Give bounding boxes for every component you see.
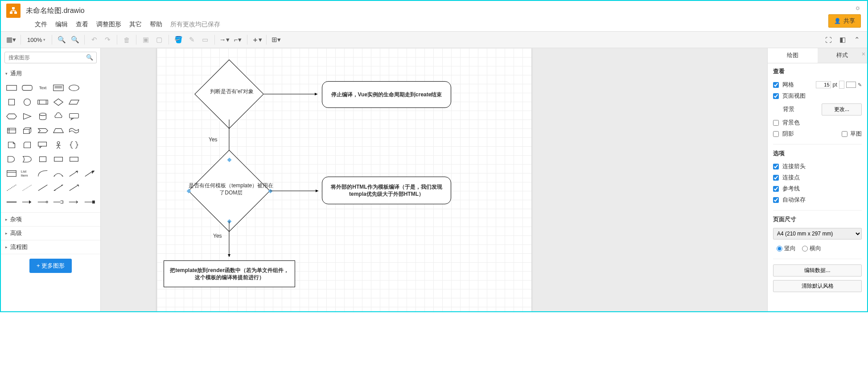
search-icon[interactable]: 🔍 (86, 54, 93, 61)
format-panel-icon[interactable]: ◧ (837, 34, 848, 45)
change-bg-button[interactable]: 更改... (822, 103, 862, 116)
conn-arrows-checkbox[interactable] (773, 164, 779, 169)
round-stop-compile[interactable]: 停止编译，Vue实例的生命周期走到create结束 (322, 81, 451, 108)
shape-bidir[interactable] (52, 182, 65, 194)
delete-icon[interactable]: 🗑 (121, 34, 132, 45)
shape-callout2[interactable] (37, 139, 49, 151)
shape-blank6[interactable] (83, 153, 96, 165)
grid-color-edit-icon[interactable]: ✎ (858, 82, 862, 88)
shape-thickarrow[interactable] (83, 168, 96, 179)
line-color-icon[interactable]: ✎ (186, 34, 197, 45)
zoom-out-icon[interactable]: 🔍 (69, 34, 81, 45)
shape-conn3[interactable] (67, 196, 80, 208)
zoom-in-icon[interactable]: 🔍 (56, 34, 67, 45)
shape-note[interactable] (5, 139, 18, 151)
menu-extras[interactable]: 其它 (129, 21, 142, 29)
shape-curly[interactable] (67, 139, 80, 151)
bgcolor-checkbox[interactable] (773, 120, 779, 126)
insert-icon[interactable]: ＋▾ (251, 34, 263, 45)
document-title[interactable]: 未命名绘图.drawio (26, 6, 85, 16)
menu-arrange[interactable]: 调整图形 (96, 21, 121, 29)
shape-triangle[interactable] (21, 111, 34, 122)
undo-icon[interactable]: ↶ (88, 34, 100, 45)
grid-color-swatch[interactable] (846, 82, 856, 88)
guides-checkbox[interactable] (773, 186, 779, 192)
shape-actor[interactable] (52, 139, 65, 151)
rect-render[interactable]: 把template放到render函数中（若为单文件组件，这个模板的编译将提前进… (164, 260, 295, 287)
palette-misc[interactable]: 杂项 (1, 213, 100, 226)
search-input[interactable] (4, 52, 97, 63)
sketch-checkbox[interactable] (842, 131, 847, 137)
shape-blank[interactable] (83, 82, 96, 94)
connection-icon[interactable]: →▾ (218, 34, 230, 45)
shape-cloud[interactable] (52, 111, 65, 122)
more-shapes-button[interactable]: 更多图形 (29, 259, 72, 273)
palette-flowchart[interactable]: 流程图 (1, 240, 100, 254)
grid-checkbox[interactable] (773, 82, 779, 88)
zoom-level[interactable]: 100% (25, 37, 48, 43)
grid-stepper[interactable] (839, 81, 844, 89)
shape-internal[interactable] (5, 125, 18, 136)
shape-and[interactable] (5, 153, 18, 165)
shape-line[interactable] (37, 182, 49, 194)
edit-data-button[interactable]: 编辑数据... (773, 264, 862, 277)
grid-size-input[interactable] (816, 81, 831, 88)
table-icon[interactable]: ⊞▾ (270, 34, 282, 45)
shape-conn2[interactable] (52, 196, 65, 208)
shape-dashline[interactable] (5, 182, 18, 194)
pagesize-select[interactable]: A4 (210 mm x 297 mm) (773, 228, 862, 239)
shape-text[interactable]: Text (37, 82, 49, 94)
close-panel-icon[interactable]: × (862, 50, 865, 58)
shape-rect2[interactable] (52, 153, 65, 165)
fill-color-icon[interactable]: 🪣 (173, 34, 184, 45)
shape-dirline[interactable] (67, 182, 80, 194)
palette-general[interactable]: 通用 (1, 67, 100, 80)
shape-datastore[interactable] (37, 153, 49, 165)
shape-circle[interactable] (21, 96, 34, 108)
shape-bidir-curve[interactable] (52, 168, 65, 179)
shape-blank3[interactable] (83, 111, 96, 122)
shape-tape[interactable] (67, 125, 80, 136)
share-button[interactable]: 共享 (828, 14, 861, 28)
menu-edit[interactable]: 编辑 (55, 21, 68, 29)
shape-blank5[interactable] (83, 139, 96, 151)
redo-icon[interactable]: ↷ (102, 34, 113, 45)
waypoints-icon[interactable]: ⌐▾ (232, 34, 243, 45)
round-html-compile[interactable]: 将外部的HTML作为模板编译（于是，我们发现templa优先级大于外部HTML） (322, 177, 451, 204)
shape-hline[interactable] (5, 196, 18, 208)
shape-rect[interactable] (5, 82, 18, 94)
shape-roundrect[interactable] (21, 82, 34, 94)
shape-list[interactable] (5, 168, 18, 179)
to-front-icon[interactable]: ▣ (140, 34, 152, 45)
to-back-icon[interactable]: ▢ (153, 34, 165, 45)
menu-help[interactable]: 帮助 (150, 21, 162, 29)
shape-harrow[interactable] (21, 196, 34, 208)
theme-icon[interactable]: ☼ (855, 4, 861, 11)
shape-callout[interactable] (67, 111, 80, 122)
shape-diamond[interactable] (52, 96, 65, 108)
shape-ellipse[interactable] (67, 82, 80, 94)
shape-dotline[interactable] (21, 182, 34, 194)
shape-arrow[interactable] (67, 168, 80, 179)
diamond-el-check[interactable]: 判断是否有'el'对象 (194, 59, 264, 129)
shape-square[interactable] (5, 96, 18, 108)
tab-diagram[interactable]: 绘图 (768, 48, 818, 63)
clear-style-button[interactable]: 清除默认风格 (773, 280, 862, 292)
shape-process[interactable] (37, 96, 49, 108)
shape-blank4[interactable] (83, 125, 96, 136)
shape-step[interactable] (37, 125, 49, 136)
view-dropdown[interactable]: ▦▾ (5, 34, 17, 45)
page[interactable]: 判断是否有'el'对象 停止编译，Vue实例的生命周期走到create结束 Ye… (157, 48, 531, 311)
shape-or[interactable] (21, 153, 34, 165)
shape-cylinder[interactable] (37, 111, 49, 122)
shape-blank2[interactable] (83, 96, 96, 108)
shape-parallelogram[interactable] (67, 96, 80, 108)
shape-conn4[interactable] (83, 196, 96, 208)
landscape-radio[interactable] (802, 246, 808, 252)
menu-view[interactable]: 查看 (76, 21, 88, 29)
pageview-checkbox[interactable] (773, 93, 779, 99)
shape-trapezoid[interactable] (52, 125, 65, 136)
palette-advanced[interactable]: 高级 (1, 227, 100, 240)
shape-textbox[interactable] (52, 82, 65, 94)
shape-cube[interactable] (21, 125, 34, 136)
